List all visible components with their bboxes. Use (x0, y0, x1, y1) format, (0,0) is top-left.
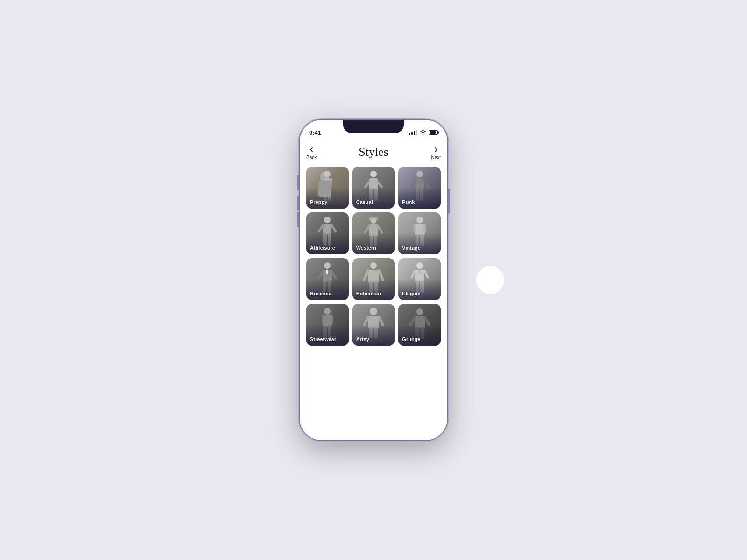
style-label-artsy: Artsy (356, 336, 369, 342)
styles-grid: PreppyCasualPunkAthleisureWesternVintage… (306, 167, 441, 353)
style-card-western[interactable]: Western (352, 212, 395, 254)
style-overlay (398, 325, 441, 346)
svg-point-7 (370, 171, 377, 177)
next-button[interactable]: › Next (431, 144, 441, 160)
style-label-streetwear: Streetwear (310, 336, 336, 342)
svg-point-1 (324, 171, 331, 177)
svg-point-64 (370, 308, 377, 315)
svg-line-41 (319, 272, 323, 278)
style-label-casual: Casual (356, 199, 373, 205)
style-card-grunge[interactable]: Grunge (398, 304, 441, 346)
svg-line-16 (424, 180, 429, 188)
style-card-streetwear[interactable]: Streetwear (306, 304, 349, 346)
header: ‹ Back Styles › Next (306, 140, 441, 167)
style-card-business[interactable]: Business (306, 258, 349, 300)
back-arrow: ‹ (310, 144, 313, 154)
signal-icon (409, 130, 417, 135)
svg-point-70 (416, 308, 423, 315)
svg-point-13 (416, 171, 423, 177)
next-label: Next (431, 155, 441, 160)
style-card-athleisure[interactable]: Athleisure (306, 212, 349, 254)
svg-line-10 (378, 182, 381, 187)
svg-rect-35 (423, 224, 426, 232)
svg-point-58 (324, 308, 331, 315)
wifi-icon (419, 130, 427, 135)
svg-line-21 (319, 225, 323, 231)
svg-line-66 (364, 317, 368, 325)
status-time: 9:41 (309, 129, 321, 136)
style-label-punk: Punk (402, 199, 415, 205)
svg-point-26 (371, 218, 376, 224)
style-overlay (352, 233, 395, 254)
style-overlay (398, 279, 441, 300)
svg-rect-20 (323, 224, 331, 234)
scene: 9:41 (299, 119, 448, 441)
style-label-grunge: Grunge (402, 336, 420, 342)
phone-screen: 9:41 (300, 120, 447, 440)
svg-point-51 (416, 262, 423, 269)
style-label-business: Business (310, 291, 333, 296)
svg-line-22 (331, 225, 336, 231)
svg-point-32 (416, 217, 423, 223)
style-label-preppy: Preppy (310, 199, 327, 205)
svg-rect-61 (331, 315, 333, 324)
svg-rect-53 (418, 270, 421, 273)
svg-line-28 (365, 226, 369, 232)
style-label-western: Western (356, 245, 376, 251)
svg-line-9 (366, 182, 369, 187)
svg-rect-34 (414, 224, 416, 232)
style-card-bohemian[interactable]: Bohemian (352, 258, 395, 300)
svg-line-67 (379, 317, 383, 325)
svg-line-72 (410, 317, 415, 325)
svg-line-47 (364, 271, 368, 280)
style-overlay (306, 233, 349, 254)
style-label-elegant: Elegant (402, 291, 421, 296)
status-icons (409, 130, 438, 135)
svg-rect-60 (322, 315, 324, 324)
style-label-athleisure: Athleisure (310, 245, 335, 251)
page-title: Styles (359, 145, 388, 159)
style-overlay (306, 188, 349, 209)
battery-icon (429, 130, 438, 135)
svg-point-19 (324, 217, 331, 223)
app-content: ‹ Back Styles › Next PreppyCasualPunkAth… (300, 140, 447, 440)
style-label-bohemian: Bohemian (356, 291, 381, 296)
phone-shell: 9:41 (299, 119, 448, 441)
style-card-artsy[interactable]: Artsy (352, 304, 395, 346)
svg-point-0 (423, 134, 423, 135)
style-overlay (306, 325, 349, 346)
svg-line-15 (411, 180, 416, 188)
style-card-elegant[interactable]: Elegant (398, 258, 441, 300)
svg-point-45 (370, 262, 377, 269)
svg-line-73 (425, 317, 429, 325)
style-overlay (352, 279, 395, 300)
svg-line-48 (379, 271, 383, 280)
white-circle-decoration (476, 266, 504, 294)
style-overlay (352, 325, 395, 346)
style-card-vintage[interactable]: Vintage (398, 212, 441, 254)
next-arrow: › (434, 144, 437, 154)
style-overlay (352, 188, 395, 209)
back-label: Back (306, 155, 317, 160)
svg-line-29 (378, 226, 382, 232)
svg-line-54 (412, 271, 415, 277)
phone-notch (343, 120, 404, 133)
style-card-punk[interactable]: Punk (398, 167, 441, 209)
style-overlay (306, 279, 349, 300)
style-card-casual[interactable]: Casual (352, 167, 395, 209)
svg-rect-40 (326, 270, 328, 274)
svg-line-42 (332, 272, 336, 278)
style-overlay (398, 233, 441, 254)
svg-line-55 (424, 271, 428, 277)
style-overlay (398, 188, 441, 209)
svg-point-38 (324, 262, 331, 269)
style-card-preppy[interactable]: Preppy (306, 167, 349, 209)
style-label-vintage: Vintage (402, 245, 421, 251)
back-button[interactable]: ‹ Back (306, 144, 317, 160)
